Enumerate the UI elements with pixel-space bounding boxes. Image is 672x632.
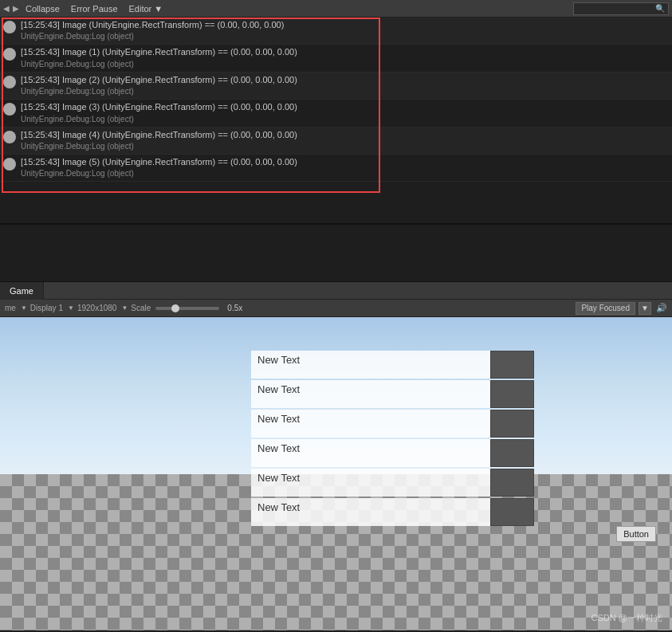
log-line2: UnityEngine.Debug:Log (object): [21, 31, 669, 42]
collapse-button[interactable]: Collapse: [21, 1, 65, 17]
aspect-label: me: [5, 304, 16, 312]
top-toolbar: ◀ ▶ Collapse Error Pause Editor ▼ 🔍: [0, 0, 672, 18]
csdn-watermark: CSDN @一种时光: [591, 612, 662, 624]
log-entry[interactable]: [15:25:43] Image (UnityEngine.RectTransf…: [0, 18, 672, 45]
ui-row: New Text: [251, 498, 534, 526]
play-focused-chevron[interactable]: ▼: [639, 302, 651, 315]
resolution-label: 1920x1080: [77, 304, 117, 312]
console-area: [15:25:43] Image (UnityEngine.RectTransf…: [0, 18, 672, 225]
toolbar-arrow: ◀: [3, 4, 10, 13]
log-icon: [3, 158, 16, 171]
search-icon: 🔍: [655, 4, 665, 13]
toolbar-arrow2: ▶: [13, 4, 19, 13]
log-icon: [3, 48, 16, 61]
scale-slider[interactable]: [155, 307, 219, 310]
log-text: [15:25:43] Image (UnityEngine.RectTransf…: [21, 19, 669, 42]
ui-text: New Text: [251, 469, 490, 497]
ui-text: New Text: [251, 410, 490, 438]
game-tabbar: Game: [0, 282, 672, 300]
log-entry[interactable]: [15:25:43] Image (5) (UnityEngine.RectTr…: [0, 155, 672, 182]
ui-text: New Text: [251, 351, 490, 379]
ui-text: New Text: [251, 439, 490, 467]
log-line1: [15:25:43] Image (2) (UnityEngine.RectTr…: [21, 74, 669, 86]
play-focused-button[interactable]: Play Focused: [576, 302, 635, 315]
ui-image-box: [490, 469, 534, 497]
log-text: [15:25:43] Image (4) (UnityEngine.RectTr…: [21, 129, 669, 152]
log-text: [15:25:43] Image (5) (UnityEngine.RectTr…: [21, 156, 669, 179]
log-entry[interactable]: [15:25:43] Image (1) (UnityEngine.RectTr…: [0, 45, 672, 72]
game-toolbar: me ▼ Display 1 ▼ 1920x1080 ▼ Scale 0.5x …: [0, 300, 672, 317]
scale-label: Scale: [131, 304, 151, 312]
log-line2: UnityEngine.Debug:Log (object): [21, 86, 669, 97]
log-line2: UnityEngine.Debug:Log (object): [21, 114, 669, 125]
display-label: Display 1: [30, 304, 63, 312]
log-entry[interactable]: [15:25:43] Image (4) (UnityEngine.RectTr…: [0, 128, 672, 155]
log-text: [15:25:43] Image (2) (UnityEngine.RectTr…: [21, 74, 669, 97]
log-text: [15:25:43] Image (1) (UnityEngine.RectTr…: [21, 46, 669, 69]
log-line1: [15:25:43] Image (5) (UnityEngine.RectTr…: [21, 156, 669, 168]
ui-row: New Text: [251, 410, 534, 438]
game-button[interactable]: Button: [616, 526, 656, 542]
ui-image-box: [490, 498, 534, 526]
log-icon: [3, 131, 16, 143]
log-entry[interactable]: [15:25:43] Image (3) (UnityEngine.RectTr…: [0, 100, 672, 127]
log-line1: [15:25:43] Image (UnityEngine.RectTransf…: [21, 19, 669, 31]
ui-text: New Text: [251, 380, 490, 408]
log-entry[interactable]: [15:25:43] Image (2) (UnityEngine.RectTr…: [0, 73, 672, 100]
log-line2: UnityEngine.Debug:Log (object): [21, 59, 669, 70]
log-line1: [15:25:43] Image (4) (UnityEngine.RectTr…: [21, 129, 669, 141]
ui-row: New Text: [251, 469, 534, 497]
ui-panel: New TextNew TextNew TextNew TextNew Text…: [251, 351, 534, 528]
log-line1: [15:25:43] Image (1) (UnityEngine.RectTr…: [21, 46, 669, 58]
game-view: New TextNew TextNew TextNew TextNew Text…: [0, 317, 672, 630]
scale-value: 0.5x: [227, 304, 242, 312]
ui-image-box: [490, 410, 534, 438]
search-box[interactable]: 🔍: [573, 2, 669, 15]
log-icon: [3, 76, 16, 88]
aspect-arrow: ▼: [21, 304, 27, 312]
log-container: [15:25:43] Image (UnityEngine.RectTransf…: [0, 18, 672, 182]
log-icon: [3, 21, 16, 33]
ui-text: New Text: [251, 498, 490, 526]
game-tab[interactable]: Game: [0, 282, 44, 300]
log-line2: UnityEngine.Debug:Log (object): [21, 168, 669, 179]
log-line1: [15:25:43] Image (3) (UnityEngine.RectTr…: [21, 101, 669, 113]
error-pause-button[interactable]: Error Pause: [66, 1, 123, 17]
resolution-arrow: ▼: [121, 304, 128, 312]
search-input[interactable]: [577, 4, 655, 13]
log-icon: [3, 103, 16, 116]
ui-row: New Text: [251, 351, 534, 379]
ui-row: New Text: [251, 439, 534, 467]
log-line2: UnityEngine.Debug:Log (object): [21, 141, 669, 152]
empty-area: [0, 225, 672, 282]
display-arrow: ▼: [68, 304, 74, 312]
ui-row: New Text: [251, 380, 534, 408]
editor-button[interactable]: Editor ▼: [124, 1, 168, 17]
ui-image-box: [490, 351, 534, 379]
ui-image-box: [490, 380, 534, 408]
log-text: [15:25:43] Image (3) (UnityEngine.RectTr…: [21, 101, 669, 124]
scale-thumb[interactable]: [171, 304, 179, 312]
mute-icon[interactable]: 🔊: [656, 303, 667, 313]
ui-image-box: [490, 439, 534, 467]
